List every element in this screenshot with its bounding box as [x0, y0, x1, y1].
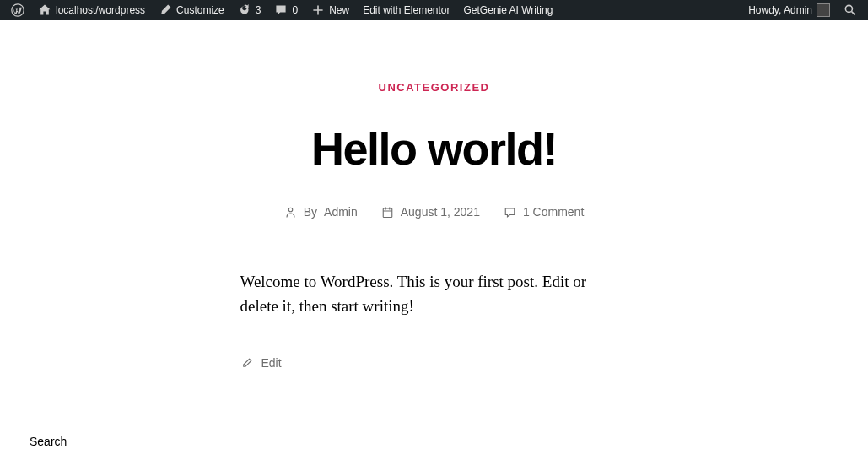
calendar-icon: [381, 206, 394, 219]
new-content-link[interactable]: New: [305, 0, 355, 20]
comments-meta: 1 Comment: [504, 205, 584, 219]
svg-rect-3: [383, 208, 392, 218]
post-content-wrap: Welcome to WordPress. This is your first…: [240, 269, 628, 373]
updates-link[interactable]: 3: [232, 0, 267, 20]
svg-point-2: [288, 208, 293, 212]
wp-logo-menu[interactable]: [5, 0, 30, 20]
getgenie-text: GetGenie AI Writing: [464, 4, 553, 16]
comments-link[interactable]: 1 Comment: [523, 205, 584, 219]
customize-text: Customize: [176, 4, 224, 16]
edit-post-link[interactable]: Edit: [240, 354, 628, 373]
wordpress-icon: [11, 3, 24, 17]
svg-point-0: [12, 4, 24, 16]
site-name-link[interactable]: localhost/wordpress: [32, 0, 151, 20]
new-text: New: [329, 4, 349, 16]
refresh-icon: [238, 3, 251, 17]
edit-text: Edit: [261, 354, 282, 373]
comment-bubble-icon: [504, 206, 516, 219]
svg-point-1: [845, 5, 852, 12]
person-icon: [284, 206, 297, 219]
customize-link[interactable]: Customize: [153, 0, 230, 20]
author-meta: By Admin: [284, 205, 358, 219]
by-text: By: [304, 205, 317, 219]
howdy-text: Howdy, Admin: [748, 4, 812, 16]
edit-icon: [240, 357, 253, 370]
getgenie-link[interactable]: GetGenie AI Writing: [458, 0, 559, 20]
brush-icon: [159, 3, 172, 17]
elementor-link[interactable]: Edit with Elementor: [357, 0, 456, 20]
plus-icon: [311, 3, 325, 17]
comments-link[interactable]: 0: [268, 0, 304, 20]
updates-count: 3: [256, 4, 261, 16]
post-meta: By Admin August 1, 2021 1 Comment: [139, 205, 730, 219]
category-link[interactable]: UNCATEGORIZED: [379, 81, 490, 95]
comment-icon: [274, 3, 288, 17]
account-link[interactable]: Howdy, Admin: [742, 0, 836, 20]
elementor-text: Edit with Elementor: [363, 4, 450, 16]
author-link[interactable]: Admin: [324, 205, 358, 219]
post-header: UNCATEGORIZED Hello world! By Admin Augu…: [139, 20, 730, 219]
admin-bar-left: localhost/wordpress Customize 3 0 New: [5, 0, 558, 20]
date-meta: August 1, 2021: [381, 205, 480, 219]
admin-bar-right: Howdy, Admin: [742, 0, 863, 20]
date-text: August 1, 2021: [401, 205, 480, 219]
comments-count: 0: [292, 4, 298, 16]
wp-admin-bar: localhost/wordpress Customize 3 0 New: [0, 0, 868, 20]
search-icon: [844, 3, 857, 17]
site-name-text: localhost/wordpress: [56, 4, 145, 16]
post-title: Hello world!: [139, 122, 730, 175]
home-icon: [38, 3, 51, 17]
post-content: Welcome to WordPress. This is your first…: [240, 269, 628, 319]
search-toggle[interactable]: [838, 0, 863, 20]
avatar: [817, 3, 830, 17]
